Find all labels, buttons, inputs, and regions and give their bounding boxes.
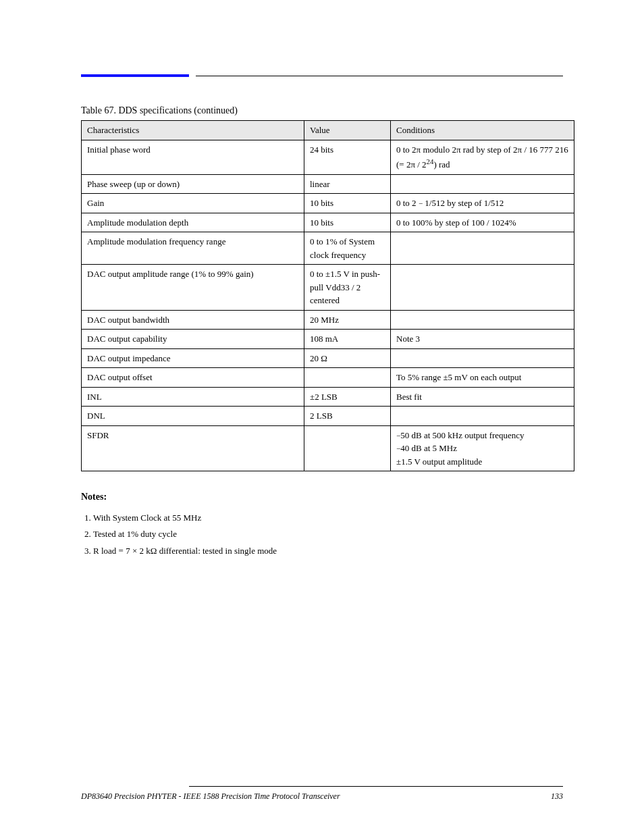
note-item: R load = 7 × 2 kΩ differential: tested i… — [93, 544, 563, 558]
cell-c3: 0 to 100% by step of 100 / 1024% — [391, 213, 574, 232]
cell-c3: Best fit — [391, 387, 574, 407]
cell-c2: ±2 LSB — [304, 387, 391, 407]
table-row: INL±2 LSBBest fit — [82, 387, 574, 407]
cell-c2: 24 bits — [304, 140, 391, 174]
notes-heading: Notes: — [81, 492, 563, 502]
cell-c1: DAC output bandwidth — [82, 310, 304, 330]
cell-c2: 10 bits — [304, 194, 391, 213]
cell-c3 — [391, 348, 574, 368]
cell-c3 — [391, 232, 574, 265]
th-characteristics: Characteristics — [82, 121, 304, 140]
th-value: Value — [304, 121, 391, 140]
cell-c2: linear — [304, 174, 391, 194]
cell-c1: Phase sweep (up or down) — [82, 174, 304, 194]
table-body: Initial phase word24 bits0 to 2π modulo … — [82, 140, 574, 471]
cell-c1: Amplitude modulation frequency range — [82, 232, 304, 265]
cell-c2: 20 Ω — [304, 348, 391, 368]
cell-c3 — [391, 174, 574, 194]
cell-c2: 2 LSB — [304, 407, 391, 426]
table-row: DAC output capability108 mANote 3 — [82, 330, 574, 349]
table-row: Amplitude modulation frequency range0 to… — [82, 232, 574, 265]
cell-c1: DAC output capability — [82, 330, 304, 349]
cell-c1: DAC output amplitude range (1% to 99% ga… — [82, 265, 304, 311]
cell-c3 — [391, 265, 574, 311]
cell-c2 — [304, 368, 391, 388]
cell-c3 — [391, 310, 574, 330]
cell-c2 — [304, 425, 391, 471]
cell-c1: Initial phase word — [82, 140, 304, 174]
cell-c1: SFDR — [82, 425, 304, 471]
cell-c2: 20 MHz — [304, 310, 391, 330]
table-caption: Table 67. DDS specifications (continued) — [81, 105, 563, 116]
cell-c3: Note 3 — [391, 330, 574, 349]
note-item: Tested at 1% duty cycle — [93, 527, 563, 541]
table-row: Gain10 bits0 to 2 − 1/512 by step of 1/5… — [82, 194, 574, 213]
header-rule — [81, 74, 563, 85]
cell-c3 — [391, 407, 574, 426]
table-head: Characteristics Value Conditions — [82, 121, 574, 140]
cell-c1: INL — [82, 387, 304, 407]
cell-c1: DAC output offset — [82, 368, 304, 388]
table-row: DAC output offsetTo 5% range ±5 mV on ea… — [82, 368, 574, 388]
cell-c1: Amplitude modulation depth — [82, 213, 304, 232]
cell-c1: DAC output impedance — [82, 348, 304, 368]
th-conditions: Conditions — [391, 121, 574, 140]
cell-c3: To 5% range ±5 mV on each output — [391, 368, 574, 388]
table-row: DNL2 LSB — [82, 407, 574, 426]
notes-list: With System Clock at 55 MHzTested at 1% … — [81, 511, 563, 557]
cell-c1: DNL — [82, 407, 304, 426]
footer-rule — [189, 786, 563, 787]
table-row: DAC output bandwidth20 MHz — [82, 310, 574, 330]
cell-c3: 0 to 2 − 1/512 by step of 1/512 — [391, 194, 574, 213]
footer-right: 133 — [551, 791, 563, 802]
footer-left: DP83640 Precision PHYTER - IEEE 1588 Pre… — [81, 791, 340, 802]
spec-table: Characteristics Value Conditions Initial… — [81, 120, 574, 471]
table-row: DAC output impedance20 Ω — [82, 348, 574, 368]
cell-c2: 0 to 1% of System clock frequency — [304, 232, 391, 265]
table-row: DAC output amplitude range (1% to 99% ga… — [82, 265, 574, 311]
footer: DP83640 Precision PHYTER - IEEE 1588 Pre… — [81, 791, 563, 802]
table-row: SFDR−50 dB at 500 kHz output frequency−4… — [82, 425, 574, 471]
note-item: With System Clock at 55 MHz — [93, 511, 563, 525]
cell-c3: −50 dB at 500 kHz output frequency−40 dB… — [391, 425, 574, 471]
table-row: Initial phase word24 bits0 to 2π modulo … — [82, 140, 574, 174]
cell-c1: Gain — [82, 194, 304, 213]
cell-c2: 108 mA — [304, 330, 391, 349]
cell-c2: 10 bits — [304, 213, 391, 232]
table-row: Amplitude modulation depth10 bits0 to 10… — [82, 213, 574, 232]
table-row: Phase sweep (up or down)linear — [82, 174, 574, 194]
cell-c2: 0 to ±1.5 V in push-pull Vdd33 / 2 cente… — [304, 265, 391, 311]
cell-c3: 0 to 2π modulo 2π rad by step of 2π / 16… — [391, 140, 574, 174]
